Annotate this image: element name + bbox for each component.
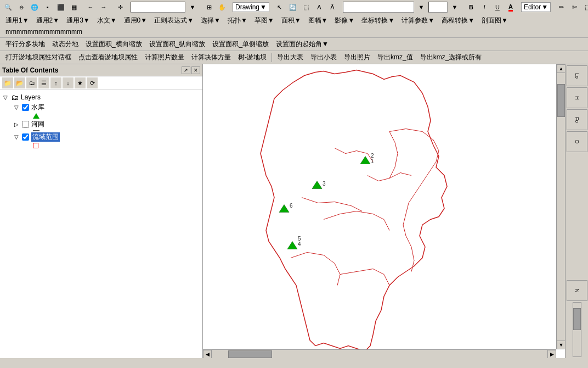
font-size-input[interactable]: 10 xyxy=(428,2,448,13)
shuiku-expand-btn[interactable]: ▽ xyxy=(13,104,20,111)
toc-tool-star-btn[interactable]: ★ xyxy=(75,77,86,88)
editor-dropdown[interactable]: Editor ▼ xyxy=(521,2,551,12)
liuyu-expand-btn[interactable]: ▽ xyxy=(13,134,20,141)
font-name-input[interactable]: 宋体 xyxy=(343,2,414,13)
right-item-fo[interactable]: Fo xyxy=(567,109,587,130)
menu-jisuan[interactable]: 计算参数▼ xyxy=(398,15,438,26)
tool5-btn[interactable]: Ā xyxy=(326,1,338,13)
menu-xuanze[interactable]: 选择▼ xyxy=(197,15,224,26)
shuiku-checkbox[interactable] xyxy=(22,104,29,111)
menu-zonxiang[interactable]: 设置面积_纵向缩放 xyxy=(146,38,209,50)
scroll-down-btn[interactable]: ▼ xyxy=(557,341,565,349)
scroll-track-h[interactable] xyxy=(212,350,547,358)
font-color-btn[interactable]: A xyxy=(505,1,517,13)
menu-tuopu[interactable]: 拓扑▼ xyxy=(224,15,251,26)
toc-tool-folder-btn[interactable]: 📁 xyxy=(2,77,13,88)
menu-zhaopianout[interactable]: 导出照片 xyxy=(341,52,374,63)
edit-tool2-btn[interactable]: ✄ xyxy=(568,1,580,13)
liuyu-checkbox[interactable] xyxy=(22,133,29,141)
menu-kmz-zhi[interactable]: 导出kmz_值 xyxy=(374,52,416,63)
grid-btn[interactable]: ▦ xyxy=(68,1,80,13)
menu-caotu[interactable]: 草图▼ xyxy=(251,15,278,26)
font-name-dropdown-btn[interactable]: ▼ xyxy=(415,1,427,13)
pan-btn[interactable]: ✋ xyxy=(216,1,228,13)
scroll-right-btn[interactable]: ▶ xyxy=(547,350,556,358)
back-btn[interactable]: ← xyxy=(84,1,97,13)
toc-tool-db-btn[interactable]: 🗂 xyxy=(26,77,37,88)
tool2-btn[interactable]: 🔄 xyxy=(287,1,299,13)
liuyu-item[interactable]: ▽ 流域范围 xyxy=(13,132,200,142)
right-item-n[interactable]: N xyxy=(567,280,587,301)
shuiku-item[interactable]: ▽ 水库 xyxy=(13,102,200,113)
scroll-left-btn[interactable]: ◀ xyxy=(203,350,212,358)
layers-expand-btn[interactable]: ▽ xyxy=(2,94,9,101)
menu-zhaopian[interactable]: 计算照片数量 xyxy=(142,52,188,63)
zoom-out-btn[interactable]: ⊖ xyxy=(15,1,27,13)
tool4-btn[interactable]: A xyxy=(313,1,325,13)
drawing-dropdown[interactable]: Drawing ▼ xyxy=(233,2,269,12)
menu-tufu[interactable]: 图幅▼ xyxy=(305,15,331,26)
menu-dakai[interactable]: 打开淤地坝属性对话框 xyxy=(2,52,75,63)
edit-tool1-btn[interactable]: ✏ xyxy=(555,1,567,13)
map-area[interactable]: 2 1 3 6 5 4 ▲ xyxy=(203,64,565,358)
menu-hengxiang[interactable]: 设置面积_横向缩放 xyxy=(82,38,145,50)
font-size-dropdown-btn[interactable]: ▼ xyxy=(449,1,461,13)
menu-yingxiang[interactable]: 影像▼ xyxy=(331,15,358,26)
right-scroll-thumb[interactable] xyxy=(573,308,581,330)
scale-input[interactable]: 1 : 100,000 xyxy=(131,2,185,13)
scroll-thumb-v[interactable] xyxy=(557,84,565,117)
select-rect-btn[interactable]: ▪ xyxy=(42,1,54,13)
menu-kmz-xuanze[interactable]: 导出kmz_选择或所有 xyxy=(417,52,485,63)
scroll-thumb-h[interactable] xyxy=(228,350,272,358)
toc-close-btn[interactable]: ✕ xyxy=(191,66,200,74)
toc-tool-down-btn[interactable]: ↓ xyxy=(63,77,74,88)
toc-tool-list-btn[interactable]: ☰ xyxy=(38,77,49,88)
right-item-d[interactable]: D xyxy=(567,131,587,152)
bold-btn[interactable]: B xyxy=(465,1,477,13)
toc-tool-up-btn[interactable]: ↑ xyxy=(50,77,61,88)
scroll-track-v[interactable] xyxy=(557,73,565,341)
menu-gaocheng[interactable]: 高程转换▼ xyxy=(438,15,478,26)
right-item-lo[interactable]: Lo xyxy=(567,65,587,86)
zoom-full-btn[interactable]: ⊞ xyxy=(203,1,215,13)
crosshair-btn[interactable]: ✛ xyxy=(114,1,126,13)
menu-pingxing[interactable]: 平行分多块地 xyxy=(2,38,48,50)
menu-dancesuofang[interactable]: 设置面积_单侧缩放 xyxy=(209,38,272,50)
menu-tongyong1[interactable]: 通用1▼ xyxy=(2,15,32,26)
hewang-expand-btn[interactable]: ▷ xyxy=(13,121,20,128)
scale-dropdown-btn[interactable]: ▼ xyxy=(186,1,199,13)
menu-poumian[interactable]: 剖面图▼ xyxy=(478,15,511,26)
menu-dongtai[interactable]: 动态分地 xyxy=(49,38,82,50)
menu-dachubiao[interactable]: 导出大表 xyxy=(274,52,307,63)
edit-tool3-btn[interactable]: ⬚ xyxy=(581,1,588,13)
menu-qishijiao[interactable]: 设置面的起始角▼ xyxy=(273,38,332,50)
toc-undock-btn[interactable]: ↗ xyxy=(182,66,190,74)
menu-kuaiti[interactable]: 计算块体方量 xyxy=(188,52,234,63)
menu-shu[interactable]: 树-淤地坝 xyxy=(235,52,270,63)
menu-tongyong0[interactable]: 通用0▼ xyxy=(121,15,151,26)
menu-mianji[interactable]: 面积▼ xyxy=(278,15,304,26)
menu-zuobiao[interactable]: 坐标转换▼ xyxy=(358,15,398,26)
tool3-btn[interactable]: ⬚ xyxy=(300,1,312,13)
hewang-checkbox[interactable] xyxy=(22,121,29,128)
italic-btn[interactable]: I xyxy=(478,1,490,13)
menu-extra[interactable]: mmmmmmmmmmmmmm xyxy=(2,27,86,37)
globe-btn[interactable]: 🌐 xyxy=(29,1,41,13)
hewang-item[interactable]: ▷ 河网 xyxy=(13,119,200,130)
forward-btn[interactable]: → xyxy=(98,1,110,13)
menu-tongyong3[interactable]: 通用3▼ xyxy=(63,15,93,26)
toc-tool-refresh-btn[interactable]: ⟳ xyxy=(87,77,98,88)
underline-btn[interactable]: U xyxy=(491,1,504,13)
menu-zhengze[interactable]: 正则表达式▼ xyxy=(151,15,197,26)
layers-root-item[interactable]: ▽ 🗂 Layers xyxy=(2,92,200,102)
menu-shuiwen[interactable]: 水文▼ xyxy=(94,15,120,26)
toc-tool-open-btn[interactable]: 📂 xyxy=(14,77,25,88)
menu-dianji[interactable]: 点击查看淤地坝属性 xyxy=(75,52,141,63)
right-item-h[interactable]: H xyxy=(567,87,587,108)
menu-xiaobiao[interactable]: 导出小表 xyxy=(307,52,340,63)
scroll-up-btn[interactable]: ▲ xyxy=(557,64,565,73)
menu-tongyong2[interactable]: 通用2▼ xyxy=(33,15,63,26)
zoom-in-btn[interactable]: 🔍 xyxy=(2,1,14,13)
tool1-btn[interactable]: ↖ xyxy=(274,1,286,13)
select-all-btn[interactable]: ⬛ xyxy=(55,1,67,13)
